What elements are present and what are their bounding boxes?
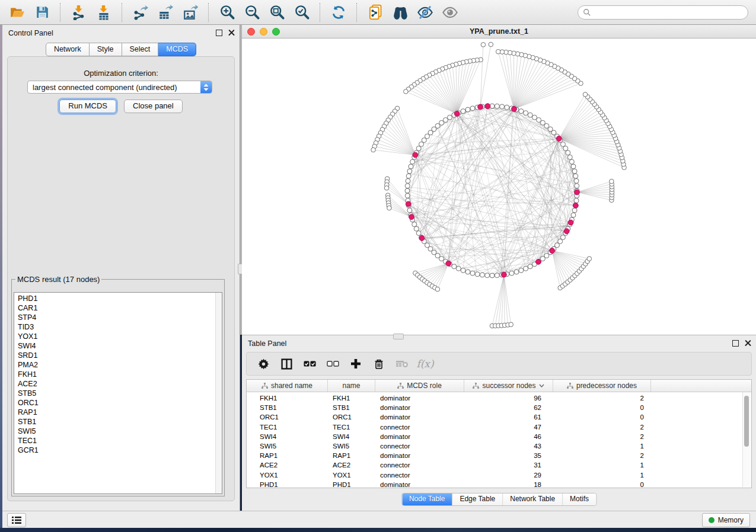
column-header-name[interactable]: name — [328, 380, 375, 392]
tab-select[interactable]: Select — [122, 43, 159, 56]
column-header-mcds-role[interactable]: MCDS role — [375, 380, 464, 392]
optimization-criterion-select[interactable]: largest connected component (undirected) — [27, 81, 212, 94]
table-cell: 31 — [464, 462, 553, 469]
node-table-header: shared name name MCDS role successor nod… — [247, 380, 751, 392]
table-settings-button[interactable] — [256, 357, 270, 371]
control-panel-tabs: Network Style Select MCDS — [2, 43, 240, 56]
column-header-shared-name[interactable]: shared name — [247, 380, 328, 392]
mcds-result-item[interactable]: STP4 — [14, 313, 222, 322]
mcds-result-item[interactable]: FKH1 — [14, 370, 222, 379]
float-panel-icon[interactable] — [216, 30, 222, 36]
table-cell: YOX1 — [328, 472, 375, 479]
table-row[interactable]: STB1STB1dominator620 — [247, 403, 751, 412]
export-image-button[interactable] — [180, 2, 201, 23]
save-floppy-icon — [35, 5, 50, 20]
control-panel-title: Control Panel — [8, 29, 53, 37]
column-header-successor-nodes[interactable]: successor nodes — [464, 380, 553, 392]
tab-network[interactable]: Network — [46, 43, 90, 56]
mcds-result-item[interactable]: ACE2 — [14, 379, 222, 389]
mcds-result-item[interactable]: ORC1 — [14, 398, 222, 408]
table-row[interactable]: PHD1PHD1dominator180 — [247, 480, 751, 488]
tab-network-table[interactable]: Network Table — [503, 493, 563, 505]
export-table-button[interactable] — [155, 2, 176, 23]
hide-selected-button[interactable] — [414, 2, 436, 23]
tab-mcds[interactable]: MCDS — [158, 43, 196, 56]
mcds-result-item[interactable]: CAR1 — [14, 303, 222, 313]
close-panel-icon[interactable] — [228, 30, 235, 36]
tab-motifs[interactable]: Motifs — [563, 493, 596, 505]
zoom-in-button[interactable] — [216, 2, 238, 23]
table-cell: ORC1 — [247, 414, 328, 421]
mcds-result-item[interactable]: SWI4 — [14, 341, 222, 351]
table-row[interactable]: SWI4SWI4dominator462 — [247, 432, 751, 441]
run-mcds-button[interactable]: Run MCDS — [59, 100, 116, 113]
table-scrollbar[interactable] — [742, 392, 751, 487]
show-column-panel-button[interactable] — [279, 357, 294, 371]
unchecked-boxes-icon — [327, 360, 339, 368]
shared-column-icon — [473, 383, 479, 389]
search-field[interactable] — [578, 5, 748, 20]
select-all-rows-button[interactable] — [302, 357, 317, 371]
save-session-button[interactable] — [31, 2, 53, 23]
table-row[interactable]: ORC1ORC1dominator610 — [247, 412, 751, 422]
column-header-predecessor-nodes[interactable]: predecessor nodes — [553, 380, 651, 392]
close-panel-button[interactable]: Close panel — [124, 100, 183, 113]
search-input[interactable] — [594, 8, 748, 17]
tab-node-table[interactable]: Node Table — [402, 493, 453, 505]
table-row[interactable]: YOX1YOX1connector291 — [247, 470, 751, 480]
deselect-all-rows-button[interactable] — [326, 357, 340, 371]
table-cell: TEC1 — [247, 424, 328, 431]
table-row[interactable]: SWI5SWI5connector431 — [247, 441, 751, 451]
new-network-from-selection-button[interactable] — [365, 2, 386, 23]
mcds-result-item[interactable]: TEC1 — [14, 436, 222, 446]
mcds-result-item[interactable]: STB5 — [14, 389, 222, 398]
table-cell: 1 — [553, 472, 651, 479]
mcds-result-item[interactable]: SRD1 — [14, 351, 222, 360]
table-row[interactable]: RAP1RAP1dominator352 — [247, 451, 751, 460]
network-window-titlebar[interactable]: YPA_prune.txt_1 — [242, 25, 756, 39]
tab-edge-table[interactable]: Edge Table — [452, 493, 503, 505]
delete-column-button[interactable] — [372, 357, 386, 371]
export-network-button[interactable] — [130, 2, 151, 23]
table-panel: Table Panel — [242, 335, 756, 511]
memory-button[interactable]: Memory — [702, 513, 750, 527]
import-table-icon — [96, 5, 111, 20]
close-panel-icon[interactable] — [745, 340, 751, 347]
first-neighbors-button[interactable] — [390, 2, 411, 23]
horizontal-splitter-handle[interactable] — [393, 334, 404, 339]
mcds-result-item[interactable]: PHD1 — [14, 294, 222, 303]
network-canvas[interactable] — [242, 39, 756, 335]
memory-status-icon — [709, 517, 714, 523]
show-task-history-button[interactable] — [7, 513, 26, 527]
float-panel-icon[interactable] — [732, 340, 739, 347]
mcds-result-item[interactable]: SWI5 — [14, 427, 222, 436]
binoculars-icon — [393, 4, 409, 20]
export-image-icon — [183, 5, 198, 20]
mcds-result-item[interactable]: GCR1 — [14, 446, 222, 455]
table-row[interactable]: TEC1TEC1connector472 — [247, 422, 751, 432]
mcds-result-item[interactable]: TID3 — [14, 322, 222, 332]
main-toolbar — [0, 0, 756, 25]
show-all-button[interactable] — [439, 2, 461, 23]
open-file-button[interactable] — [7, 2, 28, 23]
mcds-result-item[interactable]: RAP1 — [14, 408, 222, 417]
table-cell: TEC1 — [328, 424, 375, 431]
refresh-icon — [331, 5, 346, 20]
mcds-result-item[interactable]: PMA2 — [14, 360, 222, 370]
table-row[interactable]: ACE2ACE2connector311 — [247, 460, 751, 470]
refresh-view-button[interactable] — [328, 2, 349, 23]
table-scrollbar-thumb[interactable] — [744, 396, 749, 447]
import-network-button[interactable] — [68, 2, 90, 23]
create-column-button[interactable] — [349, 357, 363, 371]
zoom-selected-button[interactable] — [291, 2, 312, 23]
zoom-fit-button[interactable] — [266, 2, 288, 23]
import-table-button[interactable] — [93, 2, 114, 23]
zoom-out-button[interactable] — [241, 2, 263, 23]
table-row[interactable]: FKH1FKH1dominator962 — [247, 393, 751, 403]
zoom-in-icon — [219, 4, 235, 20]
mcds-result-item[interactable]: STB1 — [14, 417, 222, 427]
mcds-list-scrollbar[interactable] — [215, 293, 222, 493]
tab-style[interactable]: Style — [90, 43, 122, 56]
mcds-result-item[interactable]: YOX1 — [14, 332, 222, 341]
table-cell: dominator — [375, 452, 464, 459]
